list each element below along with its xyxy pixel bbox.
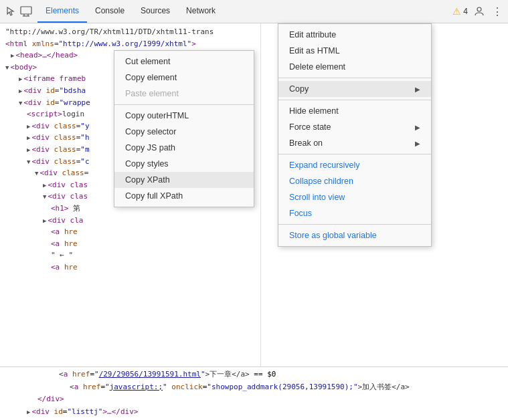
- svg-point-4: [477, 7, 481, 11]
- menu-copy-selector[interactable]: Copy selector: [114, 124, 254, 140]
- bottom-line-1: <a href="/29/29056/13991591.html">下一章</a…: [5, 369, 503, 381]
- warning-badge: ⚠ 4: [452, 6, 468, 17]
- menu-copy-xpath[interactable]: Copy XPath: [114, 172, 254, 188]
- tab-network[interactable]: Network: [178, 0, 224, 23]
- code-line: <div cla: [0, 215, 260, 227]
- submenu-arrow: ▶: [415, 140, 420, 147]
- menu-focus[interactable]: Focus: [278, 205, 431, 221]
- context-menu-right: Edit attribute Edit as HTML Delete eleme…: [278, 23, 432, 247]
- tab-elements[interactable]: Elements: [37, 0, 87, 23]
- code-line: "http://www.w3.org/TR/xhtml11/DTD/xhtml1…: [0, 26, 260, 38]
- submenu-arrow: ▶: [415, 124, 420, 131]
- menu-separator: [278, 154, 431, 154]
- code-line: <a hre: [0, 261, 260, 274]
- menu-copy[interactable]: Copy ▶: [278, 81, 431, 97]
- bottom-bar: <a href="/29/29056/13991591.html">下一章</a…: [0, 366, 508, 420]
- bottom-line-2: <a href="javascript:;" onclick="showpop_…: [5, 381, 503, 394]
- devtools-bar-right: ⚠ 4 ⋮: [452, 5, 503, 17]
- menu-store-global[interactable]: Store as global variable: [278, 227, 431, 243]
- menu-paste-element[interactable]: Paste element: [114, 86, 254, 102]
- menu-delete-element[interactable]: Delete element: [278, 59, 431, 75]
- tab-sources[interactable]: Sources: [133, 0, 178, 23]
- menu-copy-element[interactable]: Copy element: [114, 70, 254, 86]
- menu-break-on[interactable]: Break on ▶: [278, 135, 431, 151]
- menu-copy-outer-html[interactable]: Copy outerHTML: [114, 108, 254, 124]
- screen-icon[interactable]: [20, 5, 32, 17]
- main-content: "http://www.w3.org/TR/xhtml11/DTD/xhtml1…: [0, 23, 508, 420]
- devtools-toolbar: Elements Console Sources Network ⚠ 4 ⋮: [0, 0, 508, 23]
- person-icon[interactable]: [473, 5, 485, 17]
- warning-count: 4: [463, 7, 468, 16]
- menu-copy-js-path[interactable]: Copy JS path: [114, 140, 254, 156]
- menu-copy-full-xpath[interactable]: Copy full XPath: [114, 188, 254, 204]
- code-line: <a hre: [0, 238, 260, 250]
- code-line: <a hre: [0, 226, 260, 238]
- more-icon[interactable]: ⋮: [491, 5, 503, 17]
- code-line: " ← ": [0, 249, 260, 261]
- svg-rect-0: [21, 7, 31, 14]
- menu-copy-styles[interactable]: Copy styles: [114, 156, 254, 172]
- submenu-arrow: ▶: [415, 86, 420, 93]
- menu-separator: [114, 104, 254, 105]
- menu-separator: [278, 78, 431, 78]
- context-menu-left: Cut element Copy element Paste element C…: [114, 50, 254, 207]
- bottom-line-4: <div id="listtj">…</div>: [5, 406, 503, 419]
- menu-edit-as-html[interactable]: Edit as HTML: [278, 43, 431, 59]
- menu-collapse-children[interactable]: Collapse children: [278, 173, 431, 189]
- devtools-tabs: Elements Console Sources Network: [37, 0, 224, 23]
- code-line: <html xmlns="http://www.w3.org/1999/xhtm…: [0, 38, 260, 50]
- menu-edit-attribute[interactable]: Edit attribute: [278, 27, 431, 43]
- menu-expand-recursively[interactable]: Expand recursively: [278, 157, 431, 173]
- menu-cut-element[interactable]: Cut element: [114, 54, 254, 70]
- menu-separator: [278, 224, 431, 225]
- menu-separator: [278, 100, 431, 100]
- warning-icon: ⚠: [452, 6, 461, 17]
- menu-scroll-into-view[interactable]: Scroll into view: [278, 189, 431, 205]
- cursor-icon[interactable]: [5, 5, 17, 17]
- tab-console[interactable]: Console: [87, 0, 133, 23]
- menu-hide-element[interactable]: Hide element: [278, 103, 431, 119]
- menu-force-state[interactable]: Force state ▶: [278, 119, 431, 135]
- bottom-line-3: </div>: [5, 393, 503, 406]
